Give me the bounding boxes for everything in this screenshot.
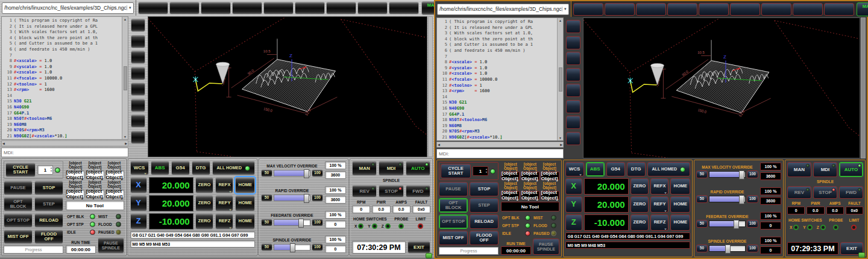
scroll-down-icon[interactable]: ▼: [559, 136, 562, 140]
override-min-button[interactable]: 50: [696, 170, 708, 178]
opt-block-button[interactable]: OPT BLOCK: [439, 198, 468, 213]
auto-mode-button[interactable]: AUTO: [839, 162, 863, 177]
man-mode-button[interactable]: MAN: [787, 162, 811, 177]
ref-button[interactable]: REFZ: [650, 214, 668, 231]
spindle-fwd-button[interactable]: FWD: [406, 185, 430, 198]
view-button[interactable]: [566, 132, 580, 145]
axis-letter-button[interactable]: Z: [565, 214, 582, 231]
cycle-count-spinner[interactable]: 1 ▴▾: [473, 166, 488, 176]
spindle-rev-button[interactable]: REV: [787, 186, 811, 199]
zero-button[interactable]: ZERO: [631, 214, 649, 231]
view-button[interactable]: [566, 84, 580, 97]
override-slider[interactable]: [274, 170, 310, 176]
override-min-button[interactable]: 50: [696, 220, 708, 228]
spindle-stop-button[interactable]: STOP: [379, 185, 403, 198]
override-min-button[interactable]: 50: [261, 243, 272, 251]
menu-button[interactable]: [793, 3, 823, 16]
override-max-button[interactable]: 100: [312, 243, 323, 251]
view-button[interactable]: [131, 67, 145, 80]
override-min-button[interactable]: 50: [696, 245, 708, 252]
override-max-button[interactable]: 100: [747, 170, 758, 178]
scroll-up-icon[interactable]: ▲: [559, 19, 562, 22]
code-horizontal-scrollbar[interactable]: ◀ ▶: [436, 142, 564, 148]
view-button[interactable]: [131, 131, 145, 144]
reload-button[interactable]: RELOAD: [470, 214, 498, 229]
scroll-left-icon[interactable]: ◀: [438, 143, 440, 146]
menu-button[interactable]: [605, 3, 635, 16]
step-button[interactable]: STEP: [470, 198, 498, 213]
override-slider[interactable]: [709, 220, 746, 227]
override-max-button[interactable]: 100: [747, 220, 758, 228]
menu-button[interactable]: [357, 2, 388, 14]
wcs-button[interactable]: WCS: [565, 162, 584, 176]
cycle-start-button[interactable]: CYCLE START: [441, 164, 471, 178]
view-button[interactable]: [131, 19, 145, 32]
slider-fill[interactable]: [274, 170, 307, 176]
mist-off-button[interactable]: MIST OFF: [4, 229, 33, 244]
override-max-button[interactable]: 100: [747, 195, 758, 203]
view-button[interactable]: [131, 51, 145, 64]
view-button[interactable]: [566, 116, 580, 129]
view-button[interactable]: [566, 52, 580, 65]
all-homed-button[interactable]: ALL HOMED: [647, 162, 690, 176]
slider-fill[interactable]: [274, 195, 307, 201]
auto-mode-button[interactable]: AUTO: [406, 161, 430, 176]
gcode-listing[interactable]: 1 ( This program is copyright of Ra 2 ( …: [1, 16, 128, 140]
override-slider[interactable]: [709, 245, 746, 252]
override-max-button[interactable]: 100: [312, 194, 323, 202]
scroll-right-icon[interactable]: ▶: [125, 142, 127, 145]
abs-button[interactable]: ABS: [151, 161, 169, 175]
path-dropdown-icon[interactable]: ▾: [127, 5, 133, 10]
menu-button[interactable]: [730, 3, 760, 16]
slider-fill[interactable]: [709, 172, 743, 177]
stop-button[interactable]: STOP: [470, 182, 498, 196]
g54-button[interactable]: G54: [171, 161, 190, 175]
override-min-button[interactable]: 50: [261, 169, 272, 177]
override-max-button[interactable]: 100: [312, 169, 323, 177]
all-homed-button[interactable]: ALL HOMED: [212, 161, 255, 175]
man-mode-button[interactable]: MAN: [352, 161, 377, 176]
axis-letter-button[interactable]: Z: [130, 213, 147, 229]
mdi-mode-button[interactable]: MDI: [379, 161, 403, 176]
slider-fill[interactable]: [709, 246, 729, 251]
menu-button[interactable]: [667, 3, 697, 16]
mist-off-button[interactable]: MIST OFF: [439, 231, 468, 245]
menu-button[interactable]: [636, 3, 666, 16]
cycle-count-spinner[interactable]: 1 ▴▾: [37, 165, 53, 175]
exit-button[interactable]: EXIT: [407, 241, 430, 254]
slider-fill[interactable]: [709, 196, 743, 202]
pause-button[interactable]: PAUSE: [4, 181, 33, 195]
keyboard-tray-icon[interactable]: [858, 252, 865, 258]
override-slider[interactable]: [274, 244, 310, 251]
menu-button[interactable]: [824, 3, 854, 16]
view-button[interactable]: [131, 83, 145, 96]
dtg-button[interactable]: DTG: [192, 161, 210, 175]
pause-spindle-button[interactable]: PAUSE SPINDLE: [533, 239, 559, 255]
spinner-arrows-icon[interactable]: ▴▾: [486, 167, 487, 173]
menu-button[interactable]: [295, 2, 325, 14]
override-min-button[interactable]: 50: [261, 219, 272, 226]
ref-button[interactable]: REFX: [215, 177, 233, 193]
spindle-fwd-button[interactable]: FWD: [839, 186, 863, 199]
menu-button[interactable]: [232, 2, 262, 14]
slider-fill[interactable]: [274, 245, 294, 250]
menu-button[interactable]: [138, 2, 168, 14]
override-slider[interactable]: [274, 219, 310, 226]
view-button[interactable]: [566, 20, 580, 33]
stop-button[interactable]: STOP: [34, 181, 63, 195]
code-horizontal-scrollbar[interactable]: ◀ ▶: [1, 140, 128, 146]
dtg-button[interactable]: DTG: [627, 162, 646, 176]
scroll-up-icon[interactable]: ▲: [124, 17, 127, 21]
spindle-rev-button[interactable]: REV: [352, 185, 377, 198]
override-slider[interactable]: [274, 195, 310, 201]
menu-button[interactable]: [573, 3, 603, 16]
opt-stop-button[interactable]: OPT STOP: [4, 213, 33, 228]
spindle-stop-button[interactable]: STOP: [813, 186, 837, 199]
path-dropdown-icon[interactable]: ▾: [562, 7, 568, 11]
view-button[interactable]: [566, 68, 580, 81]
step-button[interactable]: STEP: [34, 197, 63, 211]
menu-button[interactable]: [169, 2, 200, 14]
axis-letter-button[interactable]: X: [565, 178, 582, 195]
gcode-listing[interactable]: 1 ( This program is copyright of Ra 2 ( …: [436, 17, 564, 141]
home-button[interactable]: HOME: [235, 195, 255, 211]
